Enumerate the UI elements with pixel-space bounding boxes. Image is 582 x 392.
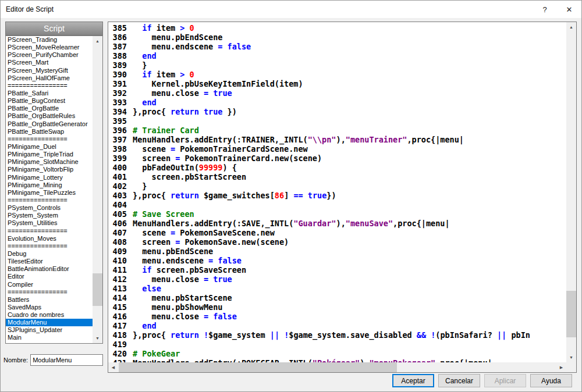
aplicar-button[interactable]: Aplicar — [484, 374, 526, 387]
code-segment: (pbInSafari? — [435, 330, 497, 340]
script-list-item[interactable]: Main — [6, 334, 93, 341]
editor-horizontal-scrollbar[interactable]: ◀ ▶ — [108, 362, 566, 372]
script-list-item[interactable]: PScreen_Mart — [6, 59, 93, 66]
script-list-item[interactable]: PSystem_Utilities — [6, 219, 93, 227]
scroll-left-icon[interactable]: ◀ — [108, 362, 118, 372]
code-segment: PokemonTrainerCard.new(scene) — [180, 154, 322, 163]
script-list-item-selected[interactable]: ModularMenu — [6, 319, 93, 326]
scroll-up-icon[interactable]: ▲ — [93, 36, 102, 46]
script-list-item[interactable]: PMinigame_TripleTriad — [6, 151, 93, 158]
code-segment — [184, 70, 189, 79]
script-list-item[interactable]: PBattle_OrgBattle — [6, 105, 93, 112]
scroll-up-icon[interactable]: ▲ — [566, 22, 576, 32]
line-number: 410 — [111, 256, 127, 265]
code-segment: false — [213, 312, 237, 321]
script-list-item[interactable]: TilesetEditor — [6, 258, 93, 265]
script-list-item[interactable]: PMinigame_Lottery — [6, 174, 93, 181]
editor-vertical-scrollbar[interactable]: ▲ ▼ — [566, 22, 576, 362]
script-list-item[interactable]: PScreen_HallOfFame — [6, 74, 93, 82]
script-list-item[interactable]: ================ — [6, 288, 93, 296]
scroll-down-icon[interactable]: ▼ — [93, 333, 102, 343]
help-button[interactable]: ? — [533, 1, 557, 18]
ayuda-button[interactable]: Ayuda — [530, 374, 572, 387]
scroll-right-icon[interactable]: ▶ — [556, 362, 566, 372]
code-segment: false — [228, 42, 251, 51]
script-list-item[interactable]: Battlers — [6, 296, 93, 304]
script-list-item[interactable]: Debug — [6, 250, 93, 258]
line-number: 385 — [111, 23, 127, 33]
script-list-item[interactable]: PScreen_PurifyChamber — [6, 51, 93, 59]
line-number: 400 — [111, 163, 127, 172]
code-segment — [133, 98, 142, 107]
script-list-item[interactable]: ================ — [6, 82, 93, 90]
script-list-item[interactable]: PBattle_BugContest — [6, 97, 93, 105]
code-line: 413 else — [111, 284, 566, 293]
list-scrollbar-thumb[interactable] — [93, 273, 102, 306]
code-segment: menu.close — [133, 275, 204, 284]
code-segment: menu.pbEndScene — [133, 247, 213, 256]
code-segment: menu.endscene — [133, 256, 208, 265]
line-number: 392 — [111, 88, 127, 98]
script-list-item[interactable]: SavedMaps — [6, 304, 93, 311]
code-line: 390 if item > 0 — [111, 70, 566, 79]
code-line: 395 — [111, 116, 566, 126]
editor-vscroll-thumb[interactable] — [566, 291, 576, 337]
script-list-item[interactable]: PScreen_MoveRelearner — [6, 44, 93, 51]
script-list-item[interactable]: PSystem_System — [6, 212, 93, 219]
script-list-item[interactable]: PMinigame_Mining — [6, 181, 93, 189]
script-list-item[interactable]: PBattle_Safari — [6, 90, 93, 97]
code-segment: "Pokégear" — [313, 358, 360, 362]
code-segment: },proc{ — [133, 107, 171, 116]
script-list-item[interactable]: PBattle_OrgBattleRules — [6, 112, 93, 120]
code-segment: = — [171, 228, 175, 237]
line-number: 413 — [111, 284, 127, 293]
code-segment: MenuHandlers.addEntry(:POKEGEAR,_INTL( — [133, 358, 313, 362]
code-segment: MenuHandlers.addEntry(:TRAINER,_INTL( — [133, 135, 308, 144]
line-number: 408 — [111, 237, 127, 247]
script-list-item[interactable]: Cuadro de nombres — [6, 311, 93, 319]
script-list-item[interactable]: BattleAnimationEditor — [6, 265, 93, 273]
script-name-input[interactable] — [30, 354, 103, 366]
code-line: 407 scene = PokemonSaveScene.new — [111, 228, 566, 237]
script-list-item[interactable]: ================ — [6, 197, 93, 204]
cancelar-button[interactable]: Cancelar — [438, 374, 480, 387]
script-list-item[interactable]: SJPlugins_Updater — [6, 326, 93, 334]
code-content[interactable]: 385 if item > 0386 menu.pbEndScene387 me… — [108, 22, 566, 362]
line-number: 402 — [111, 181, 127, 191]
code-line: 403},proc{ return $game_switches[86] == … — [111, 191, 566, 200]
close-button[interactable]: ✕ — [557, 1, 581, 18]
code-segment: true — [308, 191, 327, 200]
aceptar-button[interactable]: Aceptar — [392, 374, 434, 387]
code-segment — [133, 70, 142, 79]
code-segment: item — [152, 23, 180, 33]
script-list-item[interactable]: Editor — [6, 273, 93, 280]
code-line: 408 screen = PokemonSave.new(scene) — [111, 237, 566, 247]
list-scrollbar[interactable]: ▲ ▼ — [93, 36, 102, 343]
script-list-item[interactable]: PMinigame_VoltorbFlip — [6, 166, 93, 173]
code-segment: || — [270, 330, 279, 340]
script-list-item[interactable]: PBattle_BattleSwap — [6, 128, 93, 136]
script-list-item[interactable]: PMinigame_TilePuzzles — [6, 189, 93, 197]
code-segment: # Save Screen — [133, 209, 194, 219]
code-segment: 99999 — [199, 163, 223, 172]
script-list-item[interactable]: ================ — [6, 243, 93, 250]
script-list-item[interactable]: PSystem_Controls — [6, 204, 93, 212]
code-segment: return — [171, 330, 199, 340]
script-list-item[interactable]: ================ — [6, 136, 93, 143]
script-list-item[interactable]: PBattle_OrgBattleGenerator — [6, 120, 93, 128]
editor-hscroll-thumb[interactable] — [119, 362, 397, 372]
code-segment: menu.close — [133, 88, 204, 98]
script-list-item[interactable]: PScreen_MysteryGift — [6, 67, 93, 74]
script-list-item[interactable]: Compiler — [6, 281, 93, 288]
code-segment: if — [142, 70, 151, 79]
code-editor[interactable]: 385 if item > 0386 menu.pbEndScene387 me… — [108, 22, 577, 373]
script-list-item[interactable]: PMinigame_Duel — [6, 143, 93, 151]
script-list-item[interactable]: ================ — [6, 227, 93, 235]
scroll-down-icon[interactable]: ▼ — [566, 352, 576, 362]
line-number: 399 — [111, 154, 127, 163]
script-list-item[interactable]: PMinigame_SlotMachine — [6, 158, 93, 166]
code-segment: else — [142, 284, 161, 293]
script-list-item[interactable]: PScreen_Trading — [6, 36, 93, 44]
script-list-item[interactable]: Evolution_Moves — [6, 235, 93, 243]
code-segment: # Trainer Card — [133, 126, 199, 135]
